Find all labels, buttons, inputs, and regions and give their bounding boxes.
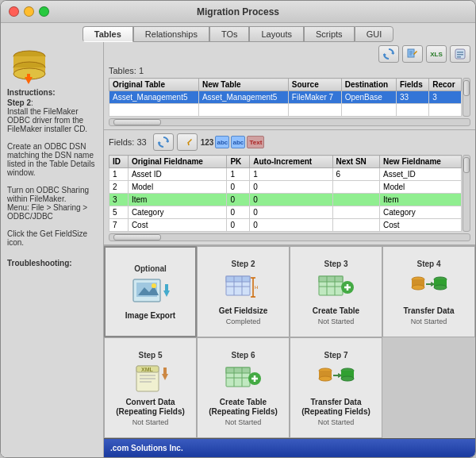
step6-card[interactable]: Step 6 Create Table(Re bbox=[197, 337, 290, 438]
svg-point-76 bbox=[341, 376, 354, 381]
svg-line-21 bbox=[188, 142, 189, 145]
step2-card[interactable]: Step 2 H bbox=[197, 246, 290, 337]
svg-rect-38 bbox=[319, 276, 343, 282]
cell-source: FileMaker 7 bbox=[288, 91, 341, 104]
tab-relationships[interactable]: Relationships bbox=[133, 26, 209, 42]
field-row[interactable]: 2 Model 0 0 Model bbox=[109, 181, 462, 194]
right-panel: XLS Tables: 1 bbox=[104, 42, 475, 457]
refresh-icon[interactable] bbox=[378, 45, 399, 63]
fcol-id: ID bbox=[109, 156, 129, 168]
fields-edit-icon[interactable] bbox=[177, 133, 198, 151]
fpk: 1 bbox=[227, 168, 250, 181]
table-row[interactable]: Asset_Management5 Asset_Management5 File… bbox=[109, 91, 462, 104]
step4-icon bbox=[410, 271, 448, 303]
col-destination: Destination bbox=[341, 79, 396, 91]
step3-status: Not Started bbox=[318, 318, 355, 325]
fcol-name: Original Fieldname bbox=[128, 156, 227, 168]
optional-label: Optional bbox=[134, 264, 167, 273]
svg-rect-15 bbox=[457, 52, 463, 53]
tab-gui[interactable]: GUI bbox=[355, 26, 394, 42]
tab-scripts[interactable]: Scripts bbox=[304, 26, 355, 42]
app-logo bbox=[7, 47, 51, 87]
tables-scrollbar-v[interactable] bbox=[463, 78, 470, 117]
fields-scrollbar-v[interactable] bbox=[463, 155, 470, 232]
fcol-newname: New Fieldname bbox=[380, 156, 462, 168]
step2-line1: Install the FileMaker ODBC driver from t… bbox=[7, 107, 87, 133]
col-fields: Fields bbox=[396, 79, 428, 91]
abc-icon2: abc bbox=[231, 136, 245, 148]
maximize-button[interactable] bbox=[39, 6, 49, 17]
step2-icon: H bbox=[225, 271, 263, 303]
svg-rect-27 bbox=[165, 284, 168, 292]
step5-icon: XML bbox=[132, 363, 170, 394]
tab-tables[interactable]: Tables bbox=[83, 26, 133, 42]
step3-name: Create Table bbox=[313, 306, 359, 316]
step7-status: Not Started bbox=[318, 418, 355, 426]
step5-card[interactable]: Step 5 XML bbox=[104, 337, 197, 438]
step4-name: Transfer Data bbox=[404, 306, 455, 316]
left-panel: Instructions: Step 2: Install the FileMa… bbox=[1, 42, 104, 457]
title-bar: Migration Process bbox=[1, 1, 475, 23]
steps-grid: Optional Image Export bbox=[104, 245, 475, 438]
step3-icon bbox=[317, 271, 355, 303]
troubleshoot-label: Troubleshooting: bbox=[7, 259, 97, 267]
step7-card[interactable]: Step 7 Transfer Data(R bbox=[290, 337, 382, 438]
cell-records: 3 bbox=[429, 91, 462, 104]
main-window: Migration Process Tables Relationships T… bbox=[0, 0, 476, 458]
tables-scrollbar-h[interactable] bbox=[109, 118, 470, 126]
abc-icon1: abc bbox=[215, 136, 229, 148]
fields-section: Fields: 33 bbox=[104, 130, 475, 245]
fnextsn: 6 bbox=[332, 168, 380, 181]
step2-line3: Turn on ODBC Sharing within FileMaker. bbox=[7, 186, 89, 203]
svg-point-25 bbox=[152, 283, 156, 288]
edit-icon[interactable] bbox=[402, 45, 423, 63]
settings-icon[interactable] bbox=[450, 45, 470, 63]
step4-status: Not Started bbox=[411, 318, 447, 325]
fauto: 1 bbox=[250, 168, 332, 181]
fields-scrollbar-h[interactable] bbox=[109, 233, 470, 241]
fields-refresh-icon[interactable] bbox=[153, 133, 174, 151]
field-row[interactable]: 5 Category 0 0 Category bbox=[109, 206, 462, 219]
step2-colon: : bbox=[31, 98, 33, 107]
svg-rect-62 bbox=[226, 368, 250, 373]
step2-num: Step 2 bbox=[231, 260, 255, 268]
close-button[interactable] bbox=[9, 6, 19, 17]
svg-rect-6 bbox=[27, 74, 30, 80]
svg-rect-60 bbox=[163, 368, 167, 375]
step6-status: Not Started bbox=[225, 418, 262, 426]
text-icon: Text bbox=[247, 136, 264, 148]
step2-line4: Menu: File > Sharing > ODBC/JDBC bbox=[7, 203, 87, 221]
optional-name: Image Export bbox=[125, 311, 175, 321]
col-new-table: New Table bbox=[198, 79, 288, 91]
fcol-pk: PK bbox=[227, 156, 250, 168]
xls-icon[interactable]: XLS bbox=[426, 45, 447, 63]
col-records: Recor bbox=[429, 79, 462, 91]
step4-card[interactable]: Step 4 bbox=[382, 246, 475, 337]
tables-section: XLS Tables: 1 bbox=[104, 42, 475, 130]
svg-point-71 bbox=[319, 376, 332, 381]
minimize-button[interactable] bbox=[24, 6, 34, 17]
step2-line2: Create an ODBC DSN matching the DSN name… bbox=[7, 142, 94, 177]
field-row[interactable]: 7 Cost 0 0 Cost bbox=[109, 219, 462, 232]
step3-card[interactable]: Step 3 bbox=[290, 246, 382, 337]
step3-num: Step 3 bbox=[324, 260, 347, 268]
col-source: Source bbox=[288, 79, 341, 91]
svg-rect-29 bbox=[226, 276, 250, 282]
field-row[interactable]: 1 Asset ID 1 1 6 Asset_ID bbox=[109, 168, 462, 181]
svg-text:H: H bbox=[255, 285, 258, 290]
tab-bar: Tables Relationships TOs Layouts Scripts… bbox=[1, 23, 475, 42]
field-row[interactable]: 3 Item 0 0 Item bbox=[109, 194, 462, 206]
fields-label: Fields: 33 bbox=[109, 137, 147, 147]
tab-tos[interactable]: TOs bbox=[209, 26, 250, 42]
tables-label: Tables: 1 bbox=[109, 66, 470, 75]
fields-toolbar: 123 abc abc Text bbox=[153, 133, 265, 151]
cell-original: Asset_Management5 bbox=[109, 91, 199, 104]
step7-icon bbox=[317, 363, 355, 394]
fnewname: Asset_ID bbox=[380, 168, 462, 181]
cell-dest: OpenBase bbox=[341, 91, 396, 104]
optional-card[interactable]: Optional Image Export bbox=[104, 246, 197, 337]
svg-point-47 bbox=[412, 285, 424, 290]
tab-layouts[interactable]: Layouts bbox=[249, 26, 304, 42]
step2-line5: Click the Get FieldSize icon. bbox=[7, 229, 87, 247]
main-content: Instructions: Step 2: Install the FileMa… bbox=[1, 42, 475, 457]
